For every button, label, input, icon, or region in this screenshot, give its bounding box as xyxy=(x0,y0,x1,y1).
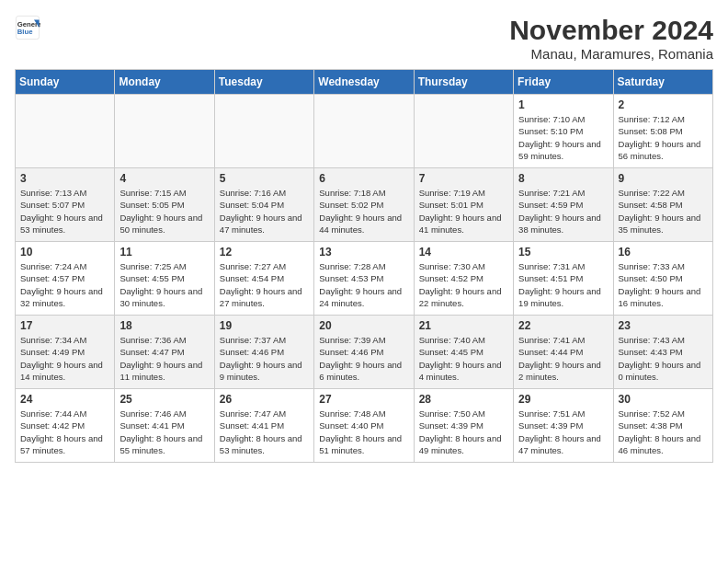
calendar-cell: 16Sunrise: 7:33 AM Sunset: 4:50 PM Dayli… xyxy=(613,242,712,316)
calendar-cell xyxy=(16,95,115,168)
calendar-cell: 12Sunrise: 7:27 AM Sunset: 4:54 PM Dayli… xyxy=(214,242,313,316)
day-number: 29 xyxy=(518,393,608,406)
calendar-header-row: SundayMondayTuesdayWednesdayThursdayFrid… xyxy=(16,70,713,95)
day-number: 3 xyxy=(20,172,109,185)
calendar-body: 1Sunrise: 7:10 AM Sunset: 5:10 PM Daylig… xyxy=(16,95,713,463)
calendar-cell: 24Sunrise: 7:44 AM Sunset: 4:42 PM Dayli… xyxy=(16,389,115,463)
calendar-week-2: 10Sunrise: 7:24 AM Sunset: 4:57 PM Dayli… xyxy=(16,242,713,316)
calendar-cell: 26Sunrise: 7:47 AM Sunset: 4:41 PM Dayli… xyxy=(214,389,313,463)
calendar-table: SundayMondayTuesdayWednesdayThursdayFrid… xyxy=(15,69,713,463)
calendar-cell: 28Sunrise: 7:50 AM Sunset: 4:39 PM Dayli… xyxy=(414,389,513,463)
calendar-cell: 14Sunrise: 7:30 AM Sunset: 4:52 PM Dayli… xyxy=(414,242,513,316)
day-info: Sunrise: 7:51 AM Sunset: 4:39 PM Dayligh… xyxy=(518,408,608,456)
calendar-cell: 15Sunrise: 7:31 AM Sunset: 4:51 PM Dayli… xyxy=(514,242,613,316)
day-info: Sunrise: 7:19 AM Sunset: 5:01 PM Dayligh… xyxy=(419,187,508,236)
day-number: 19 xyxy=(220,319,309,332)
day-info: Sunrise: 7:37 AM Sunset: 4:46 PM Dayligh… xyxy=(220,334,309,383)
day-number: 11 xyxy=(119,246,209,259)
day-info: Sunrise: 7:41 AM Sunset: 4:44 PM Dayligh… xyxy=(518,334,608,383)
calendar-cell: 22Sunrise: 7:41 AM Sunset: 4:44 PM Dayli… xyxy=(514,316,613,389)
day-number: 15 xyxy=(518,246,608,259)
calendar-cell: 6Sunrise: 7:18 AM Sunset: 5:02 PM Daylig… xyxy=(314,168,414,242)
calendar-cell: 19Sunrise: 7:37 AM Sunset: 4:46 PM Dayli… xyxy=(214,316,313,389)
day-info: Sunrise: 7:12 AM Sunset: 5:08 PM Dayligh… xyxy=(619,113,708,162)
day-header-saturday: Saturday xyxy=(613,70,712,95)
day-info: Sunrise: 7:43 AM Sunset: 4:43 PM Dayligh… xyxy=(619,334,708,383)
day-header-wednesday: Wednesday xyxy=(314,70,414,95)
day-header-friday: Friday xyxy=(514,70,613,95)
day-number: 28 xyxy=(419,393,508,406)
calendar-cell: 29Sunrise: 7:51 AM Sunset: 4:39 PM Dayli… xyxy=(514,389,613,463)
calendar-cell: 9Sunrise: 7:22 AM Sunset: 4:58 PM Daylig… xyxy=(613,168,712,242)
day-number: 7 xyxy=(419,172,508,185)
svg-text:Blue: Blue xyxy=(17,28,33,36)
day-header-thursday: Thursday xyxy=(414,70,513,95)
day-info: Sunrise: 7:30 AM Sunset: 4:52 PM Dayligh… xyxy=(419,260,508,309)
day-number: 6 xyxy=(319,172,408,185)
calendar-cell xyxy=(214,95,313,168)
title-area: November 2024 Manau, Maramures, Romania xyxy=(509,15,713,62)
calendar-week-3: 17Sunrise: 7:34 AM Sunset: 4:49 PM Dayli… xyxy=(16,316,713,389)
day-info: Sunrise: 7:18 AM Sunset: 5:02 PM Dayligh… xyxy=(319,187,408,236)
day-info: Sunrise: 7:50 AM Sunset: 4:39 PM Dayligh… xyxy=(419,408,508,456)
day-number: 14 xyxy=(419,246,508,259)
logo: General Blue xyxy=(15,15,40,40)
calendar-cell: 5Sunrise: 7:16 AM Sunset: 5:04 PM Daylig… xyxy=(214,168,313,242)
calendar-cell: 20Sunrise: 7:39 AM Sunset: 4:46 PM Dayli… xyxy=(314,316,414,389)
calendar-cell: 4Sunrise: 7:15 AM Sunset: 5:05 PM Daylig… xyxy=(115,168,214,242)
calendar-cell: 27Sunrise: 7:48 AM Sunset: 4:40 PM Dayli… xyxy=(314,389,414,463)
calendar-cell: 7Sunrise: 7:19 AM Sunset: 5:01 PM Daylig… xyxy=(414,168,513,242)
day-number: 17 xyxy=(20,319,109,332)
day-number: 16 xyxy=(619,246,708,259)
day-info: Sunrise: 7:16 AM Sunset: 5:04 PM Dayligh… xyxy=(220,187,309,236)
day-number: 27 xyxy=(319,393,408,406)
calendar-cell xyxy=(414,95,513,168)
day-number: 9 xyxy=(619,172,708,185)
day-info: Sunrise: 7:44 AM Sunset: 4:42 PM Dayligh… xyxy=(20,408,109,456)
day-info: Sunrise: 7:34 AM Sunset: 4:49 PM Dayligh… xyxy=(20,334,109,383)
day-number: 18 xyxy=(119,319,209,332)
day-number: 10 xyxy=(20,246,109,259)
day-info: Sunrise: 7:27 AM Sunset: 4:54 PM Dayligh… xyxy=(220,260,309,309)
day-number: 26 xyxy=(220,393,309,406)
calendar-cell: 1Sunrise: 7:10 AM Sunset: 5:10 PM Daylig… xyxy=(514,95,613,168)
month-title: November 2024 xyxy=(509,15,713,46)
day-info: Sunrise: 7:52 AM Sunset: 4:38 PM Dayligh… xyxy=(619,408,708,456)
day-number: 1 xyxy=(518,98,608,111)
calendar-cell: 18Sunrise: 7:36 AM Sunset: 4:47 PM Dayli… xyxy=(115,316,214,389)
day-number: 20 xyxy=(319,319,408,332)
day-info: Sunrise: 7:28 AM Sunset: 4:53 PM Dayligh… xyxy=(319,260,408,309)
location-title: Manau, Maramures, Romania xyxy=(509,46,713,62)
day-info: Sunrise: 7:25 AM Sunset: 4:55 PM Dayligh… xyxy=(119,260,209,309)
day-number: 23 xyxy=(619,319,708,332)
day-number: 22 xyxy=(518,319,608,332)
day-info: Sunrise: 7:31 AM Sunset: 4:51 PM Dayligh… xyxy=(518,260,608,309)
day-info: Sunrise: 7:21 AM Sunset: 4:59 PM Dayligh… xyxy=(518,187,608,236)
day-info: Sunrise: 7:47 AM Sunset: 4:41 PM Dayligh… xyxy=(220,408,309,456)
day-number: 30 xyxy=(619,393,708,406)
day-info: Sunrise: 7:36 AM Sunset: 4:47 PM Dayligh… xyxy=(119,334,209,383)
page-header: General Blue November 2024 Manau, Maramu… xyxy=(15,15,713,62)
calendar-cell: 21Sunrise: 7:40 AM Sunset: 4:45 PM Dayli… xyxy=(414,316,513,389)
calendar-week-4: 24Sunrise: 7:44 AM Sunset: 4:42 PM Dayli… xyxy=(16,389,713,463)
calendar-cell: 13Sunrise: 7:28 AM Sunset: 4:53 PM Dayli… xyxy=(314,242,414,316)
calendar-cell: 25Sunrise: 7:46 AM Sunset: 4:41 PM Dayli… xyxy=(115,389,214,463)
day-number: 21 xyxy=(419,319,508,332)
day-number: 13 xyxy=(319,246,408,259)
calendar-week-0: 1Sunrise: 7:10 AM Sunset: 5:10 PM Daylig… xyxy=(16,95,713,168)
day-info: Sunrise: 7:40 AM Sunset: 4:45 PM Dayligh… xyxy=(419,334,508,383)
calendar-cell xyxy=(314,95,414,168)
day-info: Sunrise: 7:13 AM Sunset: 5:07 PM Dayligh… xyxy=(20,187,109,236)
logo-icon: General Blue xyxy=(15,15,40,40)
day-info: Sunrise: 7:46 AM Sunset: 4:41 PM Dayligh… xyxy=(119,408,209,456)
calendar-cell: 17Sunrise: 7:34 AM Sunset: 4:49 PM Dayli… xyxy=(16,316,115,389)
day-number: 2 xyxy=(619,98,708,111)
day-info: Sunrise: 7:22 AM Sunset: 4:58 PM Dayligh… xyxy=(619,187,708,236)
day-number: 12 xyxy=(220,246,309,259)
day-info: Sunrise: 7:33 AM Sunset: 4:50 PM Dayligh… xyxy=(619,260,708,309)
day-number: 4 xyxy=(119,172,209,185)
day-info: Sunrise: 7:10 AM Sunset: 5:10 PM Dayligh… xyxy=(518,113,608,162)
calendar-cell: 3Sunrise: 7:13 AM Sunset: 5:07 PM Daylig… xyxy=(16,168,115,242)
calendar-cell xyxy=(115,95,214,168)
calendar-cell: 2Sunrise: 7:12 AM Sunset: 5:08 PM Daylig… xyxy=(613,95,712,168)
